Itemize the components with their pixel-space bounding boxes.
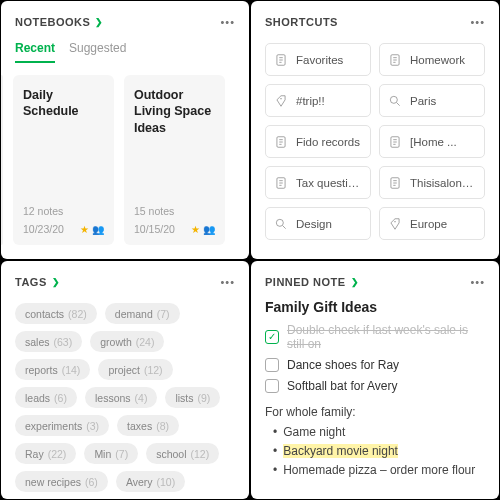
shared-icon: 👥 [203, 224, 215, 235]
shortcut-item[interactable]: Tax questions [265, 166, 371, 199]
tag-pill[interactable]: lists(9) [165, 387, 220, 408]
tag-name: school [156, 448, 186, 460]
tag-icon [388, 217, 402, 231]
tag-name: Min [94, 448, 111, 460]
notebook-count: 12 notes [23, 205, 104, 217]
note-icon [274, 135, 288, 149]
shortcut-item[interactable]: Fido records [265, 125, 371, 158]
checklist-label: Softball bat for Avery [287, 379, 398, 393]
shared-icon: 👥 [92, 224, 104, 235]
tag-name: contacts [25, 308, 64, 320]
tag-name: reports [25, 364, 58, 376]
tags-panel: TAGS ❯ ••• contacts(82)demand(7)sales(63… [1, 261, 249, 499]
shortcut-label: [Home ... [410, 136, 457, 148]
tag-name: new recipes [25, 476, 81, 488]
notebook-title: Outdoor Living Space Ideas [134, 87, 215, 136]
tag-pill[interactable]: sales(63) [15, 331, 82, 352]
checkbox[interactable] [265, 358, 279, 372]
shortcut-label: Design [296, 218, 332, 230]
svg-point-9 [390, 96, 397, 103]
more-icon[interactable]: ••• [220, 17, 235, 28]
shortcut-item[interactable]: Homework [379, 43, 485, 76]
more-icon[interactable]: ••• [470, 277, 485, 288]
tag-pill[interactable]: contacts(82) [15, 303, 97, 324]
tag-count: (9) [198, 392, 211, 404]
chevron-right-icon: ❯ [52, 277, 61, 287]
shortcuts-header: SHORTCUTS [265, 16, 338, 28]
shortcut-label: Fido records [296, 136, 360, 148]
tag-count: (7) [115, 448, 128, 460]
tag-count: (14) [62, 364, 81, 376]
tag-name: Ray [25, 448, 44, 460]
tag-name: taxes [127, 420, 152, 432]
tag-name: project [108, 364, 140, 376]
tag-pill[interactable]: Ray(22) [15, 443, 76, 464]
checklist-item[interactable]: Softball bat for Avery [265, 379, 485, 393]
tags-header[interactable]: TAGS ❯ [15, 276, 60, 288]
note-icon [274, 53, 288, 67]
svg-point-27 [276, 219, 283, 226]
notebooks-panel: NOTEBOOKS ❯ ••• Recent Suggested Daily S… [1, 1, 249, 259]
notebook-date: 10/15/20 [134, 223, 175, 235]
tag-count: (8) [156, 420, 169, 432]
note-icon [388, 135, 402, 149]
bullet-item: Game night [265, 425, 485, 439]
tag-name: experiments [25, 420, 82, 432]
tag-count: (63) [54, 336, 73, 348]
tag-pill[interactable]: Min(7) [84, 443, 138, 464]
checklist-label: Dance shoes for Ray [287, 358, 399, 372]
tag-pill[interactable]: lessons(4) [85, 387, 157, 408]
checklist-item[interactable]: ✓Double check if last week's sale is sti… [265, 323, 485, 351]
shortcut-label: Europe [410, 218, 447, 230]
pinned-header[interactable]: PINNED NOTE ❯ [265, 276, 359, 288]
shortcut-label: Tax questions [296, 177, 362, 189]
tab-recent[interactable]: Recent [15, 41, 55, 63]
tag-pill[interactable]: new recipes(6) [15, 471, 108, 492]
notebook-card[interactable]: Daily Schedule12 notes10/23/20★👥 [13, 75, 114, 245]
notebook-date: 10/23/20 [23, 223, 64, 235]
note-icon [388, 176, 402, 190]
shortcut-item[interactable]: #trip!! [265, 84, 371, 117]
notebook-count: 15 notes [134, 205, 215, 217]
tag-name: Avery [126, 476, 153, 488]
shortcut-item[interactable]: [Home ... [379, 125, 485, 158]
tag-count: (12) [191, 448, 210, 460]
tag-count: (3) [86, 420, 99, 432]
star-icon: ★ [80, 224, 89, 235]
note-icon [388, 53, 402, 67]
checklist-item[interactable]: Dance shoes for Ray [265, 358, 485, 372]
tag-count: (7) [157, 308, 170, 320]
notebooks-header[interactable]: NOTEBOOKS ❯ [15, 16, 104, 28]
more-icon[interactable]: ••• [220, 277, 235, 288]
tag-pill[interactable]: reports(14) [15, 359, 90, 380]
search-icon [274, 217, 288, 231]
more-icon[interactable]: ••• [470, 17, 485, 28]
tag-pill[interactable]: demand(7) [105, 303, 180, 324]
tag-pill[interactable]: taxes(8) [117, 415, 179, 436]
notebook-card[interactable]: Outdoor Living Space Ideas15 notes10/15/… [124, 75, 225, 245]
shortcut-label: Paris [410, 95, 436, 107]
tag-pill[interactable]: Avery(10) [116, 471, 185, 492]
tag-pill[interactable]: experiments(3) [15, 415, 109, 436]
shortcut-item[interactable]: Paris [379, 84, 485, 117]
svg-line-10 [397, 102, 400, 105]
tab-suggested[interactable]: Suggested [69, 41, 126, 63]
bullet-label: Backyard movie night [283, 444, 398, 458]
tags-title: TAGS [15, 276, 47, 288]
bullet-item: Backyard movie night [265, 444, 485, 458]
tag-pill[interactable]: leads(6) [15, 387, 77, 408]
shortcut-item[interactable]: Europe [379, 207, 485, 240]
tag-pill[interactable]: growth(24) [90, 331, 164, 352]
notebooks-title: NOTEBOOKS [15, 16, 90, 28]
checkbox[interactable] [265, 379, 279, 393]
shortcut-item[interactable]: Favorites [265, 43, 371, 76]
shortcut-item[interactable]: Thisisalongn... [379, 166, 485, 199]
bullet-label: Game night [283, 425, 345, 439]
checkbox[interactable]: ✓ [265, 330, 279, 344]
svg-point-8 [280, 97, 281, 98]
tag-pill[interactable]: school(12) [146, 443, 219, 464]
shortcut-item[interactable]: Design [265, 207, 371, 240]
tag-pill[interactable]: project(12) [98, 359, 172, 380]
tag-count: (4) [135, 392, 148, 404]
chevron-right-icon: ❯ [351, 277, 360, 287]
